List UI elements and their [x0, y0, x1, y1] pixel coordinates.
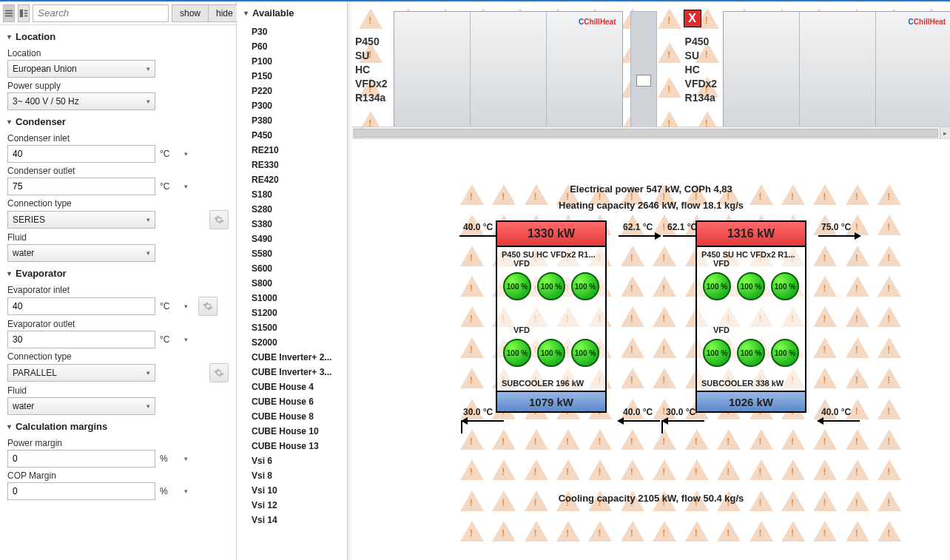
available-item[interactable]: CUBE Inverter+ 2...	[249, 350, 347, 365]
unit-drop-icon[interactable]: ▾	[181, 297, 191, 315]
product-card[interactable]: X P450SUHCVFDx2R134a CChillHeat	[685, 11, 950, 129]
warning-icon	[556, 459, 580, 480]
available-item[interactable]: S180	[249, 187, 347, 202]
available-item[interactable]: CUBE House 4	[249, 379, 347, 394]
available-item[interactable]: S2000	[249, 335, 347, 350]
unit-block[interactable]: 1316 kW P450 SU HC VFDx2 R1... VFD 100 %…	[695, 220, 806, 413]
available-item[interactable]: Vsi 14	[249, 513, 347, 527]
warning-icon	[492, 429, 516, 450]
condenser-fluid-select[interactable]: water	[7, 244, 155, 262]
unit-label: %	[160, 453, 176, 464]
section-location[interactable]: Location	[7, 25, 229, 45]
warning-icon	[492, 459, 516, 480]
available-item[interactable]: P220	[249, 84, 347, 98]
vfd-label: VFD	[497, 259, 605, 271]
available-item[interactable]: P300	[249, 98, 347, 113]
available-item[interactable]: S600	[249, 261, 347, 276]
vfd-label: VFD	[697, 259, 805, 271]
available-item[interactable]: S1000	[249, 291, 347, 306]
flow-arrow-icon	[663, 420, 704, 422]
power-margin-input[interactable]	[7, 450, 155, 468]
evaporator-outlet-input[interactable]	[7, 331, 155, 348]
warning-icon	[653, 429, 676, 450]
unit-drop-icon[interactable]: ▾	[181, 145, 191, 163]
available-item[interactable]: S580	[249, 246, 347, 261]
location-select[interactable]: European Union	[7, 60, 155, 78]
warning-icon	[717, 521, 741, 542]
unit-drop-icon[interactable]: ▾	[181, 331, 191, 348]
condenser-outlet-input[interactable]	[7, 178, 155, 195]
available-item[interactable]: CUBE Inverter+ 3...	[249, 365, 347, 379]
show-button[interactable]: show	[172, 4, 209, 22]
summary-line: Cooling capacity 2105 kW, flow 50.4 kg/s	[352, 493, 950, 504]
available-item[interactable]: S280	[249, 202, 347, 217]
available-item[interactable]: CUBE House 10	[249, 424, 347, 439]
available-item[interactable]: S490	[249, 232, 347, 246]
gear-icon[interactable]	[209, 363, 229, 382]
cooling-power: 1026 kW	[695, 391, 806, 413]
unit-drop-icon[interactable]: ▾	[181, 482, 191, 500]
available-item[interactable]: P100	[249, 54, 347, 69]
search-input[interactable]	[33, 4, 169, 22]
condenser-connection-select[interactable]: SERIES	[7, 211, 155, 229]
available-item[interactable]: CUBE House 6	[249, 394, 347, 409]
evaporator-fluid-select[interactable]: water	[7, 397, 155, 415]
condenser-inlet-input[interactable]	[7, 145, 155, 163]
available-item[interactable]: P150	[249, 69, 347, 84]
section-condenser[interactable]: Condenser	[7, 110, 229, 130]
power-supply-select[interactable]: 3~ 400 V / 50 Hz	[7, 92, 155, 110]
available-item[interactable]: CUBE House 8	[249, 409, 347, 424]
gear-icon[interactable]	[198, 297, 218, 316]
warning-icon	[685, 429, 709, 450]
available-item[interactable]: Vsi 6	[249, 453, 347, 468]
available-item[interactable]: S800	[249, 276, 347, 291]
warning-icon	[525, 521, 548, 542]
warning-icon	[621, 429, 644, 450]
available-item[interactable]: S1500	[249, 320, 347, 335]
section-evaporator[interactable]: Evaporator	[7, 262, 229, 282]
unit-label: °C	[160, 301, 176, 311]
horizontal-scrollbar[interactable]: ◂ ▸	[352, 126, 950, 138]
available-item[interactable]: P60	[249, 39, 347, 54]
warning-icon	[556, 521, 580, 542]
available-item[interactable]: RE330	[249, 158, 347, 172]
unit-label: °C	[160, 149, 176, 159]
model-label: P450 SU HC VFDx2 R1...	[497, 247, 605, 259]
available-item[interactable]: CUBE House 13	[249, 439, 347, 453]
unit-block[interactable]: 1330 kW P450 SU HC VFDx2 R1... VFD 100 %…	[496, 220, 607, 413]
evaporator-inlet-input[interactable]	[7, 297, 155, 315]
cop-margin-input[interactable]	[7, 482, 155, 500]
available-item[interactable]: Vsi 12	[249, 498, 347, 513]
vfd-label: VFD	[697, 308, 805, 337]
section-available[interactable]: Available	[237, 1, 347, 24]
unit-drop-icon[interactable]: ▾	[181, 450, 191, 468]
available-item[interactable]: P450	[249, 128, 347, 143]
available-item[interactable]: P380	[249, 113, 347, 128]
warning-icon	[588, 429, 612, 450]
warning-icon	[460, 521, 484, 542]
vfd-label: VFD	[497, 308, 605, 337]
available-item[interactable]: RE210	[249, 143, 347, 158]
brand-logo: CChillHeat	[579, 18, 616, 26]
available-item[interactable]: S1200	[249, 306, 347, 320]
scroll-right-icon[interactable]: ▸	[940, 127, 950, 138]
view-detail-icon[interactable]	[18, 4, 30, 22]
scroll-thumb[interactable]	[354, 129, 938, 138]
gear-icon[interactable]	[209, 210, 229, 229]
available-item[interactable]: Vsi 8	[249, 468, 347, 483]
unit-drop-icon[interactable]: ▾	[181, 178, 191, 195]
label: Condenser inlet	[7, 133, 229, 144]
available-item[interactable]: Vsi 10	[249, 483, 347, 498]
available-item[interactable]: RE420	[249, 172, 347, 187]
view-list-icon[interactable]	[3, 4, 15, 22]
product-card[interactable]: P450SUHCVFDx2R134a CChillHeat	[355, 11, 657, 129]
label: Fluid	[7, 232, 229, 243]
compressor-gauge-icon: 100 %	[503, 339, 531, 367]
available-item[interactable]: P30	[249, 24, 347, 39]
section-margins[interactable]: Calculation margins	[7, 415, 229, 435]
evaporator-connection-select[interactable]: PARALLEL	[7, 364, 155, 382]
close-icon[interactable]: X	[684, 10, 701, 27]
available-item[interactable]: S380	[249, 217, 347, 232]
compressor-gauge-icon: 100 %	[771, 272, 799, 300]
warning-icon	[781, 459, 805, 480]
